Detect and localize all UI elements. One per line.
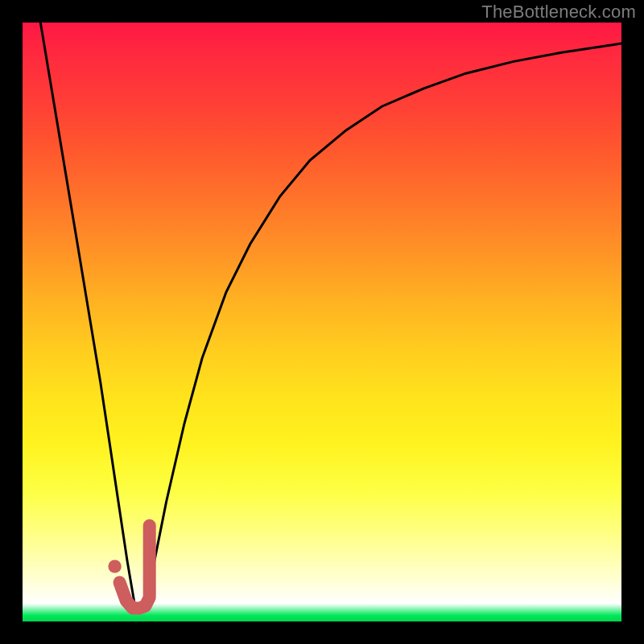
watermark-text: TheBottleneck.com bbox=[481, 2, 636, 23]
chart-area bbox=[23, 23, 621, 621]
bottleneck-curve bbox=[40, 23, 621, 609]
chart-svg bbox=[23, 23, 621, 621]
highlight-dot bbox=[108, 559, 121, 572]
